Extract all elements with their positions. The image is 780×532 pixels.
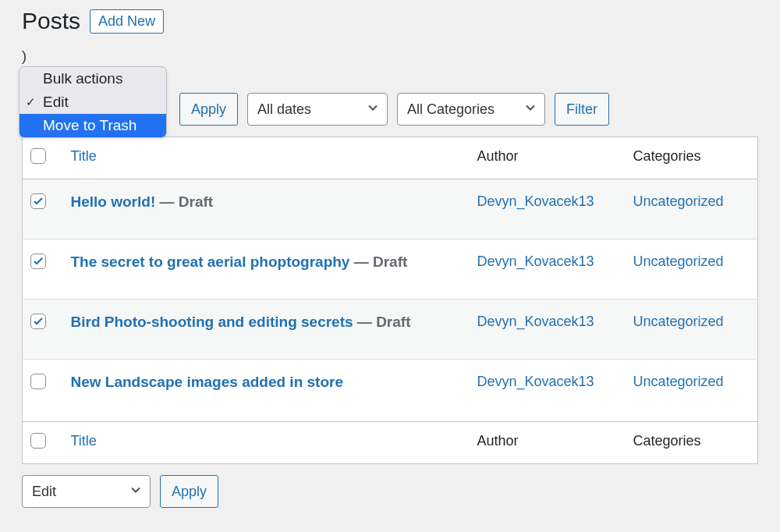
post-status: — Draft	[349, 254, 407, 270]
category-link[interactable]: Uncategorized	[633, 314, 724, 329]
author-link[interactable]: Devyn_Kovacek13	[477, 374, 594, 389]
filter-button[interactable]: Filter	[555, 93, 609, 126]
categories-select[interactable]: All Categories	[397, 93, 545, 126]
author-link[interactable]: Devyn_Kovacek13	[477, 254, 594, 269]
page-title: Posts	[22, 8, 80, 34]
column-author-footer: Author	[470, 422, 626, 464]
column-title-footer[interactable]: Title	[63, 422, 470, 464]
dates-select[interactable]: All dates	[247, 93, 388, 126]
column-categories-header: Categories	[626, 137, 758, 179]
row-checkbox[interactable]	[30, 254, 46, 269]
add-new-button[interactable]: Add New	[90, 9, 164, 34]
author-link[interactable]: Devyn_Kovacek13	[477, 314, 594, 329]
category-link[interactable]: Uncategorized	[633, 193, 724, 209]
dropdown-item[interactable]: Edit	[20, 90, 166, 114]
row-checkbox[interactable]	[30, 374, 46, 389]
post-status: — Draft	[353, 314, 411, 330]
table-row: The secret to great aerial phoptography …	[23, 239, 758, 300]
table-row: Bird Photo-shooting and editing secrets …	[23, 300, 758, 360]
chevron-down-icon	[129, 484, 142, 500]
post-title-link[interactable]: Hello world!	[71, 193, 156, 210]
category-link[interactable]: Uncategorized	[633, 254, 724, 269]
column-categories-footer: Categories	[626, 422, 758, 464]
table-row: New Landscape images added in storeDevyn…	[23, 360, 758, 422]
apply-button-top[interactable]: Apply	[179, 93, 238, 126]
chevron-down-icon	[524, 101, 537, 118]
bulk-action-select-bottom[interactable]: Edit	[22, 475, 151, 508]
post-title-link[interactable]: New Landscape images added in store	[71, 374, 344, 390]
dropdown-item[interactable]: Bulk actions	[20, 67, 166, 90]
post-title-link[interactable]: Bird Photo-shooting and editing secrets	[71, 314, 353, 330]
chevron-down-icon	[367, 101, 379, 118]
column-title-header[interactable]: Title	[63, 137, 470, 179]
truncated-text: )	[22, 48, 758, 65]
author-link[interactable]: Devyn_Kovacek13	[477, 193, 594, 209]
page-header: Posts Add New	[22, 8, 758, 34]
categories-select-label: All Categories	[407, 101, 495, 118]
select-all-checkbox-top[interactable]	[30, 148, 46, 164]
post-title-link[interactable]: The secret to great aerial phoptography	[71, 254, 350, 270]
table-row: Hello world! — DraftDevyn_Kovacek13Uncat…	[23, 179, 758, 239]
row-checkbox[interactable]	[30, 314, 46, 329]
dates-select-label: All dates	[257, 101, 311, 118]
bottom-toolbar: Edit Apply	[22, 475, 758, 508]
bulk-action-select-bottom-label: Edit	[32, 484, 56, 500]
column-author-header: Author	[470, 137, 626, 179]
bulk-action-dropdown: Bulk actionsEditMove to Trash	[19, 66, 167, 138]
dropdown-item[interactable]: Move to Trash	[20, 114, 166, 137]
apply-button-bottom[interactable]: Apply	[160, 475, 218, 508]
post-status: — Draft	[155, 193, 213, 210]
row-checkbox[interactable]	[30, 193, 46, 209]
category-link[interactable]: Uncategorized	[633, 374, 724, 389]
select-all-checkbox-bottom[interactable]	[30, 433, 46, 449]
posts-table: Title Author Categories Hello world! — D…	[22, 137, 758, 464]
